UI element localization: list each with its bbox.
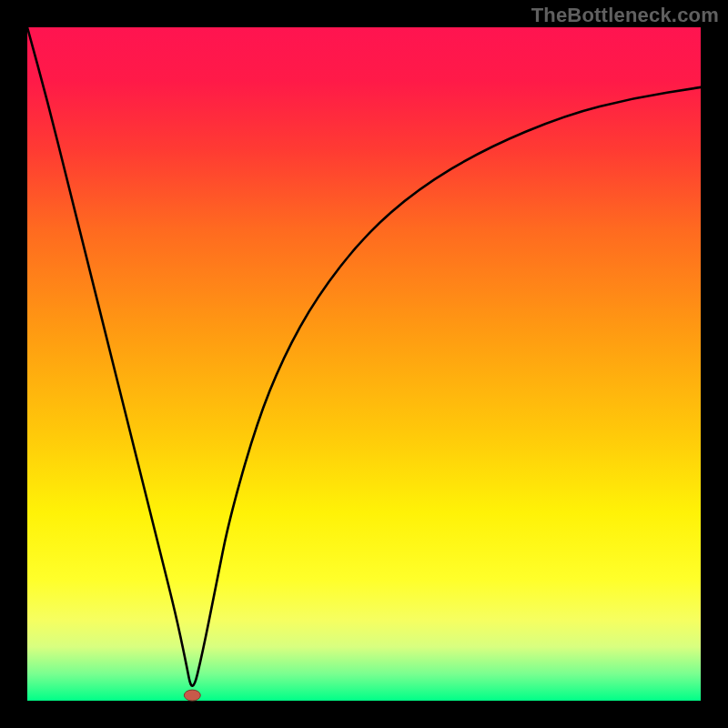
attribution-text: TheBottleneck.com — [531, 4, 719, 27]
chart-frame: TheBottleneck.com — [0, 0, 728, 728]
plot-background — [27, 27, 701, 701]
bottleneck-chart — [0, 0, 728, 728]
minimum-marker — [184, 690, 200, 701]
